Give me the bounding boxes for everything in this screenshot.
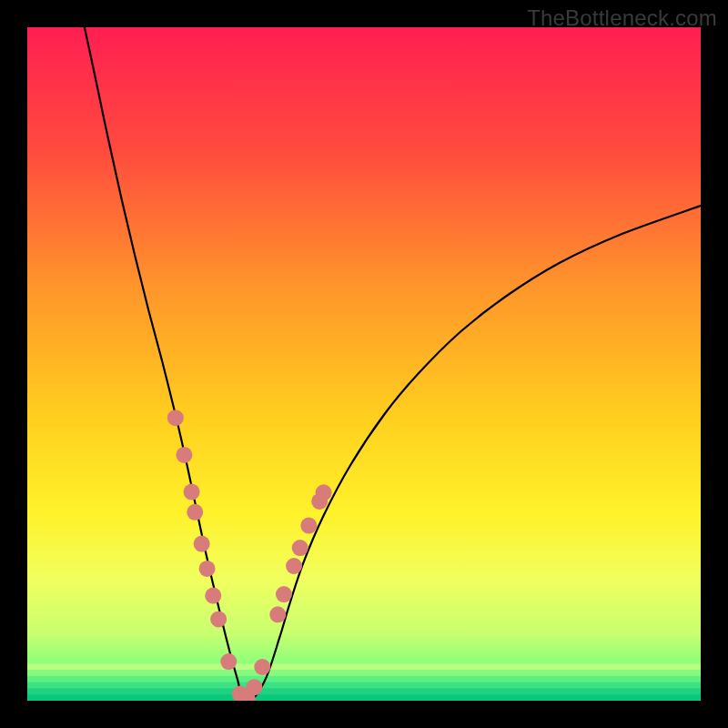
highlight-dot <box>300 518 317 534</box>
highlight-dot <box>246 679 262 695</box>
chart-frame: TheBottleneck.com <box>0 0 728 728</box>
svg-rect-1 <box>27 670 701 676</box>
svg-rect-0 <box>27 663 701 670</box>
highlight-dot <box>220 653 237 670</box>
highlight-dot <box>254 659 270 675</box>
highlight-dot <box>184 484 200 500</box>
highlight-dot <box>199 561 216 577</box>
highlight-dot <box>205 588 221 604</box>
gradient-background <box>27 27 701 701</box>
highlight-dot <box>269 606 286 622</box>
highlight-dot <box>292 540 308 556</box>
highlight-dot <box>194 536 210 552</box>
watermark-text: TheBottleneck.com <box>527 5 717 31</box>
chart-svg <box>27 27 701 701</box>
green-band <box>27 663 701 701</box>
highlight-dot <box>286 558 302 574</box>
plot-area <box>27 27 701 701</box>
highlight-dot <box>316 484 332 500</box>
highlight-dot <box>176 447 192 463</box>
highlight-dot <box>276 586 292 602</box>
highlight-dot <box>167 410 184 426</box>
svg-rect-2 <box>27 676 701 682</box>
highlight-dot <box>210 611 227 627</box>
highlight-dot <box>187 504 203 521</box>
svg-rect-3 <box>27 682 701 689</box>
svg-rect-4 <box>27 688 701 694</box>
svg-rect-5 <box>27 694 701 701</box>
